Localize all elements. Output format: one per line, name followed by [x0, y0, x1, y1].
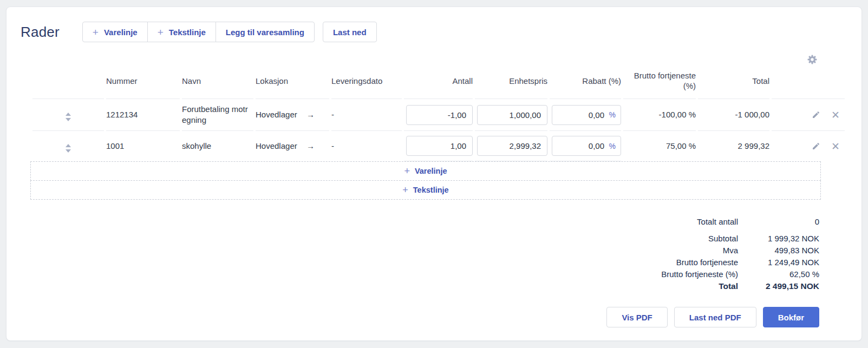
totals-label: Subtotal [708, 233, 738, 245]
add-varelinje-label: Varelinje [104, 28, 138, 37]
bokfor-label: Bokfør [778, 313, 804, 322]
cell-leveringsdato: - [331, 130, 402, 161]
rabatt-input[interactable] [552, 105, 621, 125]
column-header-brutto-fortjeneste: Brutto fortjeneste (%) [623, 66, 696, 99]
lines-table: Nummer Navn Lokasjon Leveringsdato Antal… [30, 66, 847, 161]
table-settings-row [21, 53, 818, 66]
line-actions-group: + Varelinje + Tekstlinje Legg til varesa… [82, 22, 315, 42]
edit-icon[interactable] [810, 140, 822, 152]
last-ned-pdf-button[interactable]: Last ned PDF [674, 307, 756, 327]
column-header-nummer: Nummer [106, 66, 180, 99]
cell-brutto-fortjeneste: 75,00 % [623, 130, 696, 161]
bokfor-button[interactable]: Bokfør [763, 307, 819, 327]
totals-row-brutto-fortjeneste: Brutto fortjeneste 1 249,49 NOK [676, 257, 819, 268]
delete-icon[interactable]: ✕ [830, 140, 841, 152]
totals-value: 2 499,15 NOK [738, 280, 819, 292]
totals-value: 0 [738, 216, 819, 228]
table-row: 1212134 Forutbetaling motregning Hovedla… [32, 99, 845, 130]
cell-nummer: 1212134 [106, 99, 180, 130]
drag-handle-icon[interactable] [63, 111, 73, 122]
table-row: 1001 skohylle Hovedlager → - [32, 130, 845, 161]
column-header-drag [32, 66, 104, 99]
lokasjon-value: Hovedlager [256, 110, 297, 119]
cell-brutto-fortjeneste: -100,00 % [623, 99, 696, 130]
cell-navn: skohylle [182, 130, 253, 161]
cell-total: -1 000,00 [698, 99, 769, 130]
totals-label: Mva [723, 245, 738, 257]
totals-value: 1 999,32 NOK [738, 233, 819, 245]
totals-label: Brutto fortjeneste [676, 257, 738, 268]
cell-navn: Forutbetaling motregning [182, 99, 253, 130]
plus-icon: + [404, 166, 410, 176]
totals-row-total: Total 2 499,15 NOK [719, 280, 819, 292]
delete-icon[interactable]: ✕ [830, 109, 841, 121]
download-label: Last ned [333, 28, 367, 37]
totals-section: Totalt antall 0 Subtotal 1 999,32 NOK Mv… [21, 216, 819, 292]
column-header-lokasjon: Lokasjon [256, 66, 329, 99]
page-title: Rader [21, 24, 60, 41]
antall-input[interactable] [406, 136, 473, 156]
last-ned-pdf-label: Last ned PDF [689, 313, 741, 322]
antall-input[interactable] [406, 105, 473, 125]
drag-handle-icon[interactable] [63, 143, 73, 154]
gear-icon[interactable] [806, 54, 818, 65]
lokasjon-value: Hovedlager [256, 141, 297, 150]
column-header-antall: Antall [404, 66, 473, 99]
column-header-leveringsdato: Leveringsdato [331, 66, 402, 99]
column-header-navn: Navn [182, 66, 253, 99]
add-varesamling-button[interactable]: Legg til varesamling [216, 22, 315, 42]
toolbar: Rader + Varelinje + Tekstlinje Legg til … [21, 22, 819, 42]
cell-nummer: 1001 [106, 130, 180, 161]
totals-row-mva: Mva 499,83 NOK [723, 245, 819, 257]
totals-row-subtotal: Subtotal 1 999,32 NOK [708, 233, 819, 245]
arrow-right-icon: → [306, 110, 315, 119]
arrow-right-icon: → [306, 141, 315, 150]
column-header-actions [772, 66, 845, 99]
vis-pdf-button[interactable]: Vis PDF [606, 307, 667, 327]
totals-label: Brutto fortjeneste (%) [661, 268, 738, 280]
totals-value: 62,50 % [738, 268, 819, 280]
add-varesamling-label: Legg til varesamling [226, 28, 304, 37]
cell-leveringsdato: - [331, 99, 402, 130]
enhetspris-input[interactable] [477, 105, 547, 125]
totals-value: 499,83 NOK [738, 245, 819, 257]
lines-table-wrap: Nummer Navn Lokasjon Leveringsdato Antal… [30, 66, 819, 161]
add-tekstlinje-label: Tekstlinje [169, 28, 206, 37]
rabatt-input[interactable] [552, 136, 621, 156]
totals-row-brutto-fortjeneste-pct: Brutto fortjeneste (%) 62,50 % [661, 268, 819, 280]
rader-card: Rader + Varelinje + Tekstlinje Legg til … [6, 6, 862, 341]
edit-icon[interactable] [810, 109, 822, 121]
add-tekstlinje-row[interactable]: + Tekstlinje [30, 180, 821, 200]
totals-label: Totalt antall [697, 216, 738, 228]
add-varelinje-row-label: Varelinje [415, 167, 447, 175]
column-header-rabatt: Rabatt (%) [550, 66, 621, 99]
column-header-total: Total [698, 66, 769, 99]
download-button[interactable]: Last ned [323, 22, 377, 42]
add-varelinje-button[interactable]: + Varelinje [82, 22, 148, 42]
plus-icon: + [402, 185, 408, 195]
add-tekstlinje-row-label: Tekstlinje [413, 186, 449, 194]
add-tekstlinje-button[interactable]: + Tekstlinje [147, 22, 216, 42]
plus-icon: + [158, 27, 164, 37]
plus-icon: + [93, 27, 99, 37]
cell-lokasjon[interactable]: Hovedlager → [256, 99, 329, 130]
add-varelinje-row[interactable]: + Varelinje [30, 161, 821, 181]
cell-total: 2 999,32 [698, 130, 769, 161]
vis-pdf-label: Vis PDF [622, 313, 652, 322]
cell-lokasjon[interactable]: Hovedlager → [256, 130, 329, 161]
totals-value: 1 249,49 NOK [738, 257, 819, 268]
totals-row-totalt-antall: Totalt antall 0 [697, 216, 819, 228]
table-header-row: Nummer Navn Lokasjon Leveringsdato Antal… [32, 66, 845, 99]
footer-actions: Vis PDF Last ned PDF Bokfør [21, 307, 819, 327]
column-header-enhetspris: Enhetspris [475, 66, 547, 99]
enhetspris-input[interactable] [477, 136, 547, 156]
totals-label: Total [719, 280, 738, 292]
